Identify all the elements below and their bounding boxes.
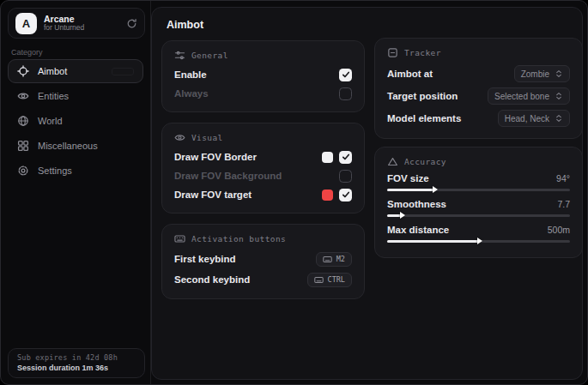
setting-label: Enable [174,69,207,80]
setting-label: Aimbot at [387,69,433,79]
keyboard-icon [323,255,332,264]
sidebar-item-miscellaneous[interactable]: Miscellaneous [8,134,143,158]
sidebar-item-label: Miscellaneous [38,141,98,151]
refresh-icon[interactable] [126,18,137,29]
page-title: Aimbot [167,19,203,31]
sidebar-item-aimbot[interactable]: Aimbot [8,59,143,83]
visual-card: Visual Draw FOV Border Draw FOV Backgrou… [161,123,365,214]
smoothness-slider[interactable] [387,211,570,220]
setting-label: Second keybind [174,274,250,285]
chevrons-updown-icon [555,69,563,78]
setting-row: Aimbot at Zombie [387,63,570,85]
setting-row: Draw FOV target [174,185,352,204]
model-elements-select[interactable]: Head, Neck [498,110,570,127]
fov-border-checkbox[interactable] [339,151,352,164]
target-position-select[interactable]: Selected bone [488,87,570,105]
section-header-label: Accuracy [404,157,446,166]
general-card: General Enable Always [161,40,365,112]
second-keybind-button[interactable]: CTRL [307,273,352,287]
slider-value: 94° [556,173,570,183]
visual-eye-icon [174,132,185,143]
setting-label: Draw FOV target [174,189,252,200]
session-duration-text: Session duration 1m 36s [17,364,136,372]
keybind-value: M2 [336,255,345,263]
sidebar-item-label: Settings [38,165,72,176]
setting-label: Draw FOV Background [174,171,282,181]
sidebar-item-label: World [38,116,63,126]
setting-row: Second keybind CTRL [174,269,352,290]
section-header-label: Tracker [404,48,441,57]
section-header-label: Activation buttons [191,234,286,244]
fov-target-color-swatch[interactable] [322,189,333,201]
tracker-card: Tracker Aimbot at Zombie Target posit [374,38,583,139]
keyboard-icon [174,233,185,244]
crosshair-icon [17,65,29,77]
setting-label: Target position [387,91,458,101]
setting-label: First keybind [174,254,236,264]
setting-row: Draw FOV Background [174,166,352,185]
slider-thumb[interactable] [433,186,438,193]
sidebar-item-entities[interactable]: Entities [8,84,143,108]
keyboard-icon [314,275,324,285]
triangle-icon [387,156,398,167]
chevrons-updown-icon [555,92,563,100]
fov-size-slider[interactable] [387,185,570,194]
logo-letter: A [22,17,30,30]
sidebar-item-world[interactable]: World [8,109,143,133]
slider-thumb[interactable] [477,238,482,244]
slider-value: 7.7 [557,199,570,209]
fov-target-checkbox[interactable] [339,189,352,202]
keybind-hint-placeholder [112,68,134,75]
sidebar-item-label: Aimbot [38,66,67,76]
sidebar: A Arcane for Unturned Category [1,1,151,384]
category-label: Category [11,48,43,57]
setting-row: First keybind M2 [174,249,352,269]
slider-label: Max distance [387,225,449,235]
activation-buttons-card: Activation buttons First keybind M2 S [161,224,365,299]
aimbot-at-select[interactable]: Zombie [514,65,570,82]
gear-icon [17,165,29,177]
globe-icon [17,115,29,127]
sidebar-item-settings[interactable]: Settings [8,159,143,183]
slider-group: Max distance 500m [387,223,570,245]
select-value: Zombie [521,69,549,79]
sidebar-nav: Aimbot Entities [1,59,150,183]
slider-label: FOV size [387,173,429,183]
chevrons-updown-icon [555,114,563,123]
fov-background-checkbox[interactable] [339,170,352,183]
keybind-value: CTRL [328,275,345,284]
subscription-info: Sub expires in 42d 08h Session duration … [8,348,145,378]
setting-row: Enable [174,65,352,84]
section-header-label: Visual [191,133,223,142]
setting-label: Model elements [387,113,461,123]
slider-value: 500m [548,225,570,235]
max-distance-slider[interactable] [387,237,570,245]
setting-row: Always [174,84,352,103]
slider-group: FOV size 94° [387,171,570,194]
section-header-label: General [191,51,228,60]
sub-expires-text: Sub expires in 42d 08h [17,353,136,362]
app-subtitle: for Unturned [44,24,119,33]
eye-icon [17,90,29,102]
right-column: Tracker Aimbot at Zombie Target posit [374,38,583,258]
setting-row: Model elements Head, Neck [387,107,570,129]
select-value: Head, Neck [505,114,549,123]
app-logo: A [15,13,37,34]
slider-group: Smoothness 7.7 [387,197,570,220]
setting-row: Draw FOV Border [174,147,352,166]
sidebar-item-label: Entities [38,91,69,101]
accuracy-card: Accuracy FOV size 94° [374,147,583,258]
main-panel: Aimbot General Enable [151,7,583,380]
fov-border-color-swatch[interactable] [322,152,333,163]
left-column: General Enable Always [161,40,365,299]
enable-checkbox[interactable] [339,69,352,81]
always-checkbox[interactable] [339,87,352,100]
first-keybind-button[interactable]: M2 [316,252,352,267]
square-minus-icon [387,47,398,58]
setting-label: Draw FOV Border [174,152,257,162]
select-value: Selected bone [494,92,549,101]
grid-icon [17,140,29,152]
slider-thumb[interactable] [400,212,405,219]
setting-row: Target position Selected bone [387,85,570,107]
sliders-icon [174,50,185,61]
